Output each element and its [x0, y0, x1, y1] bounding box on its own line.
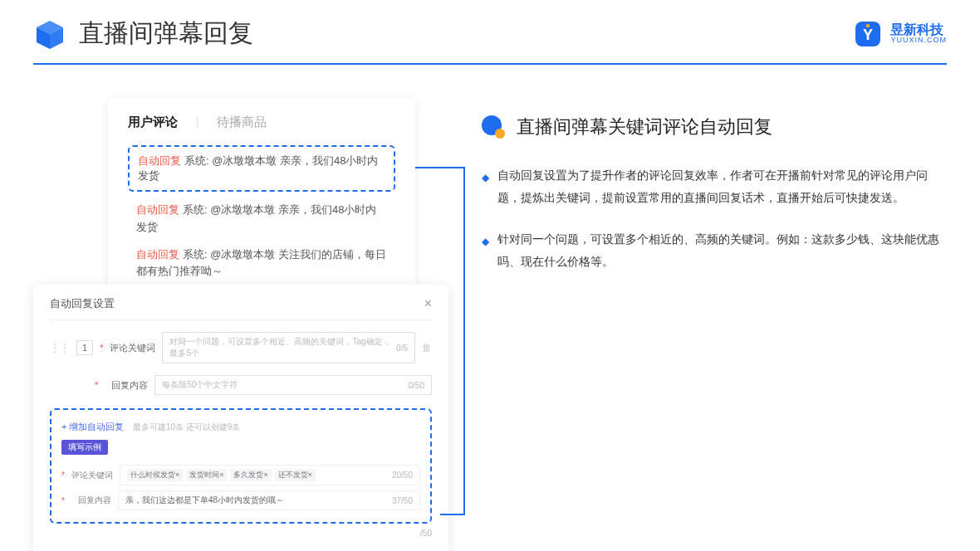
dot-icon — [482, 115, 505, 139]
example-block: + 增加自动回复 最多可建10条 还可以创建9条 填写示例 * 评论关键词 什么… — [50, 408, 432, 524]
cube-icon — [33, 17, 66, 51]
content-counter: 0/50 — [409, 381, 424, 390]
close-icon[interactable]: × — [424, 296, 432, 311]
brand-logo: Y 昱新科技 YUUXIN.COM — [854, 20, 947, 48]
drag-handle-icon[interactable]: ⋮⋮ — [50, 342, 70, 354]
section-title: 直播间弹幕关键词评论自动回复 — [517, 115, 772, 139]
example-keyword-label: 评论关键词 — [71, 470, 113, 481]
example-badge: 填写示例 — [61, 440, 108, 455]
tab-pending-products[interactable]: 待播商品 — [217, 115, 267, 130]
example-keyword-input: 什么时候发货×发货时间×多久发货×还不发货× 20/50 — [120, 465, 420, 485]
brand-name-en: YUUXIN.COM — [890, 37, 947, 44]
add-rule-hint: 最多可建10条 还可以创建9条 — [133, 422, 240, 432]
diamond-icon: ◆ — [482, 168, 489, 208]
example-content-label: 回复内容 — [71, 495, 111, 506]
auto-reply-badge: 自动回复 — [138, 154, 181, 167]
highlighted-comment: 自动回复系统: @冰墩墩本墩 亲亲，我们48小时内发货 — [128, 145, 395, 192]
keyword-tag[interactable]: 多久发货× — [230, 469, 271, 481]
screenshot-composite: 用户评论 | 待播商品 自动回复系统: @冰墩墩本墩 亲亲，我们48小时内发货 … — [33, 98, 448, 292]
keyword-counter: 0/5 — [396, 344, 408, 353]
keyword-input[interactable]: 对同一个问题，可设置多个相近、高频的关键词，Tag确定，最多5个 0/5 — [162, 332, 415, 363]
content-placeholder: 每条限50个中文字符 — [162, 379, 238, 391]
tags-container: 什么时候发货×发货时间×多久发货×还不发货× — [127, 469, 316, 481]
required-star-icon: * — [100, 343, 103, 353]
required-star-icon: * — [61, 496, 65, 505]
connector-line — [440, 514, 465, 515]
modal-title: 自动回复设置 — [50, 296, 115, 311]
rule-index: 1 — [76, 340, 93, 355]
page-title: 直播间弹幕回复 — [79, 17, 253, 51]
svg-point-5 — [866, 23, 870, 27]
required-star-icon: * — [95, 380, 98, 390]
auto-reply-badge: 自动回复 — [136, 248, 179, 261]
label-keyword: 评论关键词 — [110, 342, 155, 354]
brand-name-cn: 昱新科技 — [890, 23, 947, 37]
bullet-text: 针对同一个问题，可设置多个相近的、高频的关键词。例如：这款多少钱、这块能优惠吗、… — [497, 228, 947, 272]
example-content-counter: 37/50 — [392, 496, 413, 505]
comment-row: 自动回复系统: @冰墩墩本墩 亲亲，我们48小时内发货 — [128, 202, 395, 236]
connector-line — [415, 167, 465, 168]
keyword-placeholder: 对同一个问题，可设置多个相近、高频的关键词，Tag确定，最多5个 — [169, 336, 396, 359]
example-content-input: 亲，我们这边都是下单48小时内发货的哦～ 37/50 — [118, 490, 420, 510]
keyword-tag[interactable]: 还不发货× — [275, 469, 316, 481]
keyword-tag[interactable]: 什么时候发货× — [127, 469, 183, 481]
delete-icon[interactable]: 🗑 — [422, 342, 432, 354]
example-keyword-counter: 20/50 — [392, 471, 413, 480]
tab-user-comments[interactable]: 用户评论 — [128, 115, 178, 130]
auto-reply-badge: 自动回复 — [136, 203, 179, 216]
add-rule-link[interactable]: + 增加自动回复 — [61, 422, 124, 432]
connector-line — [463, 167, 465, 515]
page-header: 直播间弹幕回复 Y 昱新科技 YUUXIN.COM — [0, 0, 980, 63]
bullet-item: ◆ 针对同一个问题，可设置多个相近的、高频的关键词。例如：这款多少钱、这块能优惠… — [482, 228, 947, 272]
explanation-panel: 直播间弹幕关键词评论自动回复 ◆ 自动回复设置为了提升作者的评论回复效率，作者可… — [482, 98, 947, 292]
bullet-item: ◆ 自动回复设置为了提升作者的评论回复效率，作者可在开播前针对常见的评论用户问题… — [482, 164, 947, 208]
bullet-text: 自动回复设置为了提升作者的评论回复效率，作者可在开播前针对常见的评论用户问题，提… — [497, 164, 947, 208]
keyword-tag[interactable]: 发货时间× — [186, 469, 227, 481]
content-input[interactable]: 每条限50个中文字符 0/50 — [154, 375, 432, 395]
label-content: 回复内容 — [105, 379, 148, 392]
auto-reply-settings-modal: 自动回复设置 × ⋮⋮ 1 * 评论关键词 对同一个问题，可设置多个相近、高频的… — [33, 285, 448, 551]
svg-text:Y: Y — [863, 27, 873, 43]
logo-mark-icon: Y — [854, 20, 882, 48]
comment-row: 自动回复系统: @冰墩墩本墩 关注我们的店铺，每日都有热门推荐呦～ — [128, 246, 395, 281]
required-star-icon: * — [61, 471, 65, 480]
example-content-value: 亲，我们这边都是下单48小时内发货的哦～ — [125, 495, 284, 506]
tab-separator: | — [196, 115, 198, 130]
footer-counter: /50 — [50, 529, 432, 538]
diamond-icon: ◆ — [482, 232, 489, 272]
